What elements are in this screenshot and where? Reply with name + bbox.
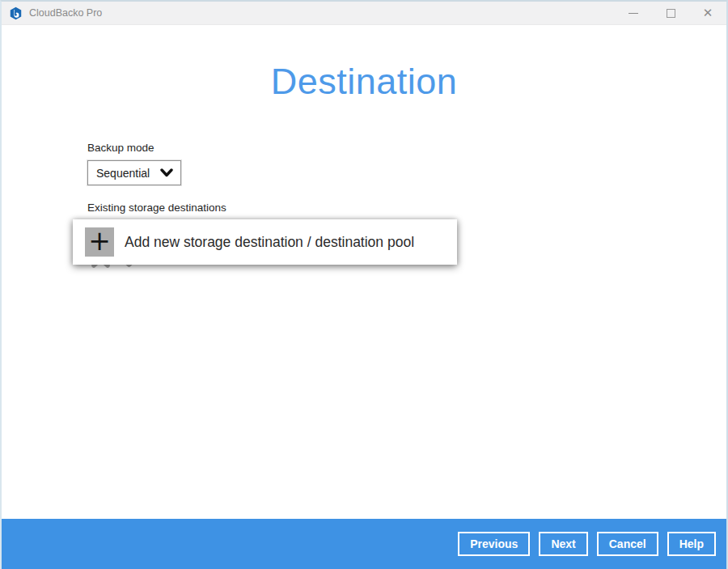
add-storage-destination-label: Add new storage destination / destinatio… (125, 234, 414, 251)
previous-button[interactable]: Previous (458, 532, 530, 556)
backup-mode-label: Backup mode (87, 142, 154, 154)
titlebar: CloudBacko Pro ✕ (2, 2, 726, 25)
backup-mode-value: Sequential (96, 167, 160, 180)
window-controls: ✕ (615, 2, 726, 24)
cancel-button[interactable]: Cancel (597, 532, 658, 556)
app-title: CloudBacko Pro (29, 7, 102, 19)
minimize-icon (629, 13, 638, 14)
main-content: Destination Backup mode Sequential Exist… (2, 26, 726, 519)
add-storage-destination-button[interactable]: + Add new storage destination / destinat… (73, 219, 457, 265)
maximize-icon (667, 9, 675, 18)
backup-mode-select[interactable]: Sequential (87, 160, 181, 185)
app-window: CloudBacko Pro ✕ Destination Backup mode… (0, 0, 728, 569)
close-icon: ✕ (703, 7, 713, 19)
close-button[interactable]: ✕ (689, 2, 726, 24)
maximize-button[interactable] (652, 2, 689, 24)
plus-icon-box: + (85, 227, 114, 257)
chevron-down-icon (160, 168, 173, 177)
help-button[interactable]: Help (667, 532, 716, 556)
cloudbacko-logo-icon (9, 6, 23, 20)
page-title: Destination (2, 61, 726, 103)
minimize-button[interactable] (615, 2, 652, 24)
next-button[interactable]: Next (539, 532, 587, 556)
footer-bar: Previous Next Cancel Help (2, 519, 726, 569)
existing-destinations-label: Existing storage destinations (87, 202, 226, 214)
